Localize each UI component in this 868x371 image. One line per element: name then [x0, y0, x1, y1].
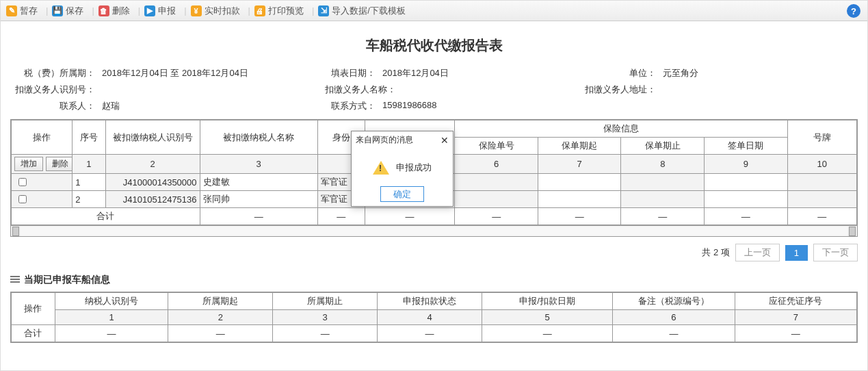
total-label: 合计	[12, 325, 55, 342]
save-icon: 💾	[52, 5, 63, 16]
print-preview-button[interactable]: 🖨打印预览	[254, 5, 304, 17]
col-ins-no: 保险单号	[455, 138, 538, 155]
prev-page-button[interactable]: 上一页	[735, 244, 780, 261]
cell-withheld-name[interactable]: 史建敏	[200, 174, 317, 191]
cell-ins-no[interactable]	[455, 191, 538, 208]
period-value: 2018年12月04日 至 2018年12月04日	[99, 67, 248, 79]
cell-policy-end[interactable]	[621, 191, 705, 208]
next-page-button[interactable]: 下一页	[813, 244, 858, 261]
page-title: 车船税代收代缴报告表	[10, 36, 858, 55]
col-taxpayer-id: 纳税人识别号	[55, 293, 168, 310]
add-button[interactable]: 增加	[14, 157, 43, 171]
dash: —	[55, 325, 168, 342]
ok-button[interactable]: 确定	[380, 186, 424, 202]
col-withheld-name: 被扣缴纳税人名称	[200, 120, 317, 155]
alert-dialog: 来自网页的消息 ✕ 申报成功 确定	[351, 131, 453, 207]
scroll-track[interactable]	[21, 227, 847, 236]
delete-icon: 🗑	[98, 5, 109, 16]
withhold-id-value	[99, 84, 102, 96]
help-icon[interactable]: ?	[847, 4, 860, 18]
pager-total: 共 2 项	[702, 246, 729, 259]
col-declare-date: 申报/扣款日期	[482, 293, 613, 310]
page-number-button[interactable]: 1	[785, 245, 808, 261]
colnum: 2	[168, 310, 273, 325]
total-label: 合计	[12, 208, 200, 225]
import-button[interactable]: ⇲导入数据/下载模板	[318, 5, 406, 17]
add-delete-cell: 增加 删除	[12, 155, 73, 174]
colnum: 9	[705, 155, 788, 174]
colnum: 1	[55, 310, 168, 325]
dash: —	[705, 208, 788, 225]
pay-icon: ¥	[191, 5, 202, 16]
separator: |	[184, 5, 186, 16]
col-sign-date: 签单日期	[705, 138, 788, 155]
dash: —	[168, 325, 273, 342]
realtime-pay-button[interactable]: ¥实时扣款	[191, 5, 240, 17]
header-row: 操作 纳税人识别号 所属期起 所属期止 申报扣款状态 申报/扣款日期 备注（税源…	[12, 293, 857, 310]
col-plate: 号牌	[787, 120, 856, 155]
section-heading: 当期已申报车船信息	[10, 274, 867, 286]
cell-ins-no[interactable]	[455, 174, 538, 191]
cell-withheld-id[interactable]: J41010512475136	[105, 191, 200, 208]
colnum: 8	[621, 155, 705, 174]
warning-icon	[373, 161, 389, 175]
dash: —	[538, 208, 621, 225]
delete-button[interactable]: 🗑删除	[98, 5, 130, 17]
delete-row-button[interactable]: 删除	[46, 157, 73, 171]
info-row: 联系人：赵瑞 联系方式：15981986688	[10, 100, 858, 112]
cell-policy-end[interactable]	[621, 174, 705, 191]
cell-policy-start[interactable]	[538, 174, 621, 191]
row-checkbox[interactable]	[18, 195, 27, 203]
dash: —	[378, 325, 482, 342]
colnum: 3	[273, 310, 378, 325]
dash: —	[482, 325, 613, 342]
row-checkbox[interactable]	[18, 178, 27, 186]
cell-sign-date[interactable]	[705, 191, 788, 208]
col-period-start: 所属期起	[168, 293, 273, 310]
pager: 共 2 项 上一页 1 下一页	[1, 244, 858, 261]
cell-plate[interactable]	[787, 174, 856, 191]
cell-withheld-name[interactable]: 张同帅	[200, 191, 317, 208]
scroll-left-icon[interactable]	[12, 227, 19, 236]
col-op: 操作	[12, 293, 55, 325]
separator: |	[138, 5, 140, 16]
col-seq: 序号	[73, 120, 106, 155]
cell-plate[interactable]	[787, 191, 856, 208]
cell-sign-date[interactable]	[705, 174, 788, 191]
colnum: 3	[200, 155, 317, 174]
dialog-title: 来自网页的消息	[356, 134, 413, 146]
col-declare-status: 申报扣款状态	[378, 293, 482, 310]
dialog-footer: 确定	[352, 183, 453, 206]
separator: |	[312, 5, 314, 16]
col-period-end: 所属期止	[273, 293, 378, 310]
colnum: 10	[787, 155, 856, 174]
info-row: 税（费）所属期：2018年12月04日 至 2018年12月04日 填表日期：2…	[10, 67, 858, 79]
section-title: 当期已申报车船信息	[24, 274, 110, 286]
colnum: 7	[735, 310, 856, 325]
cell-seq: 2	[73, 191, 106, 208]
declared-table: 操作 纳税人识别号 所属期起 所属期止 申报扣款状态 申报/扣款日期 备注（税源…	[10, 292, 858, 343]
withhold-addr-value	[660, 84, 663, 96]
dash: —	[787, 208, 856, 225]
close-icon[interactable]: ✕	[440, 135, 449, 146]
withhold-name-value	[400, 84, 403, 96]
col-op: 操作	[12, 120, 73, 155]
cell-withheld-id[interactable]: J41000014350000	[105, 174, 200, 191]
save-draft-button[interactable]: ✎暂存	[6, 5, 38, 17]
print-icon: 🖨	[254, 5, 265, 16]
period-label: 税（费）所属期：	[10, 67, 99, 79]
declare-button[interactable]: ▶申报	[144, 5, 176, 17]
contact-way-value: 15981986688	[380, 100, 437, 112]
colnum: 2	[105, 155, 200, 174]
dash: —	[200, 208, 317, 225]
contact-label: 联系人：	[10, 100, 99, 112]
dash: —	[621, 208, 705, 225]
horizontal-scrollbar[interactable]	[11, 225, 857, 236]
dialog-body: 申报成功	[352, 149, 453, 183]
scroll-right-icon[interactable]	[849, 227, 856, 236]
dash: —	[455, 208, 538, 225]
cell-policy-start[interactable]	[538, 191, 621, 208]
col-insurance-group: 保险信息	[455, 120, 787, 138]
save-button[interactable]: 💾保存	[52, 5, 83, 17]
import-icon: ⇲	[318, 5, 329, 16]
